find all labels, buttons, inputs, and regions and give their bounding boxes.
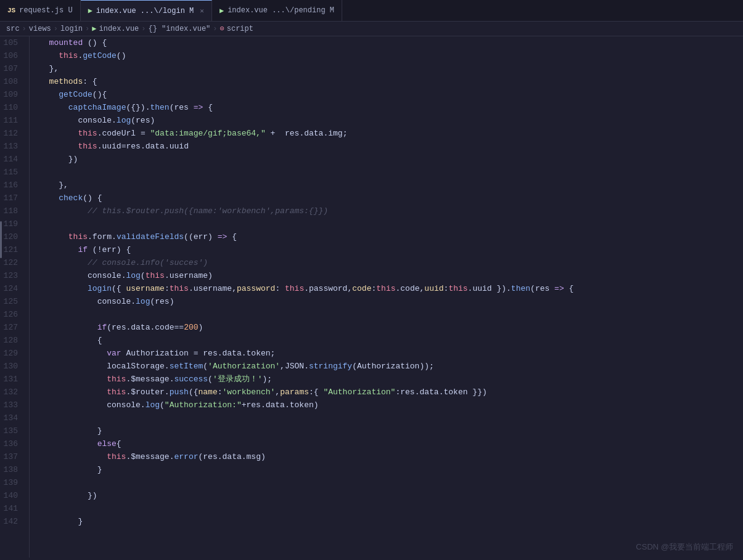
- ln-141: 141: [0, 502, 23, 515]
- code-line-124: login({ username:this.username,password:…: [39, 282, 743, 295]
- ln-142: 142: [0, 515, 23, 528]
- ln-120: 120: [0, 230, 23, 243]
- ln-108: 108: [0, 75, 23, 88]
- ln-119: 119: [0, 217, 23, 230]
- code-line-118: // this.$router.push({name:'workbench',p…: [39, 205, 743, 217]
- code-line-137: this.$message.error(res.data.msg): [39, 450, 743, 463]
- code-line-142: }: [39, 515, 743, 528]
- ln-126: 126: [0, 308, 23, 321]
- code-line-135: }: [39, 424, 743, 437]
- code-line-110: captchaImage({}).then(res => {: [39, 101, 743, 114]
- tab-index-vue-pending[interactable]: ▶ index.vue ...\/pending M: [212, 0, 342, 21]
- code-line-109: getCode(){: [39, 88, 743, 101]
- ln-110: 110: [0, 101, 23, 114]
- ln-109: 109: [0, 88, 23, 101]
- ln-115: 115: [0, 166, 23, 179]
- vue-icon: ▶: [88, 6, 92, 15]
- code-line-139: [39, 476, 743, 489]
- code-line-121: if (!err) {: [39, 243, 743, 256]
- ln-116: 116: [0, 179, 23, 192]
- ln-106: 106: [0, 49, 23, 62]
- ln-121: 121: [0, 243, 23, 256]
- breadcrumb-vue-icon: ▶: [92, 24, 96, 33]
- breadcrumb-script-icon: ⊙: [220, 24, 224, 33]
- code-line-112: this.codeUrl = "data:image/gif;base64," …: [39, 127, 743, 140]
- ln-127: 127: [0, 321, 23, 334]
- ln-111: 111: [0, 114, 23, 127]
- breadcrumb-script: script: [227, 25, 253, 33]
- code-line-113: this.uuid=res.data.uuid: [39, 140, 743, 153]
- code-line-117: check() {: [39, 192, 743, 205]
- editor: 105 106 107 108 109 110 111 112 113 114 …: [0, 36, 743, 558]
- code-line-119: [39, 217, 743, 230]
- code-line-131: this.$message.success('登录成功！');: [39, 373, 743, 386]
- scroll-indicator[interactable]: [0, 221, 2, 258]
- ln-136: 136: [0, 437, 23, 450]
- tab-bar: JS request.js U ▶ index.vue ...\/login M…: [0, 0, 743, 22]
- code-line-132: this.$router.push({name:'workbench',para…: [39, 386, 743, 399]
- code-line-126: [39, 308, 743, 321]
- close-icon[interactable]: ✕: [200, 7, 204, 15]
- code-line-127: if(res.data.code==200): [39, 321, 743, 334]
- tab-label: index.vue ...\/pending M: [228, 6, 334, 15]
- code-line-141: [39, 502, 743, 515]
- code-line-116: },: [39, 179, 743, 192]
- js-icon: JS: [7, 7, 15, 14]
- code-line-111: console.log(res): [39, 114, 743, 127]
- ln-132: 132: [0, 386, 23, 399]
- ln-118: 118: [0, 205, 23, 217]
- code-line-134: [39, 412, 743, 424]
- code-line-115: [39, 166, 743, 179]
- code-line-130: localStorage.setItem('Authorization',JSO…: [39, 360, 743, 373]
- breadcrumb-file: index.vue: [99, 25, 139, 33]
- code-line-122: // console.info('succes'): [39, 256, 743, 269]
- line-numbers: 105 106 107 108 109 110 111 112 113 114 …: [0, 36, 30, 558]
- ln-139: 139: [0, 476, 23, 489]
- code-line-105: mounted () {: [39, 36, 743, 49]
- breadcrumb-obj: {} "index.vue": [149, 25, 211, 33]
- tab-label: index.vue ...\/login M: [96, 7, 194, 15]
- ln-131: 131: [0, 373, 23, 386]
- breadcrumb-login: login: [60, 25, 83, 33]
- ln-105: 105: [0, 36, 23, 49]
- ln-114: 114: [0, 153, 23, 166]
- code-line-128: {: [39, 334, 743, 347]
- code-area[interactable]: mounted () { this.getCode() }, methods: …: [30, 36, 743, 558]
- ln-123: 123: [0, 269, 23, 282]
- ln-128: 128: [0, 334, 23, 347]
- ln-133: 133: [0, 399, 23, 412]
- ln-117: 117: [0, 192, 23, 205]
- ln-125: 125: [0, 295, 23, 308]
- ln-134: 134: [0, 412, 23, 424]
- ln-124: 124: [0, 282, 23, 295]
- ln-112: 112: [0, 127, 23, 140]
- vue-icon: ▶: [220, 6, 224, 15]
- ln-138: 138: [0, 463, 23, 476]
- code-line-136: else{: [39, 437, 743, 450]
- code-line-138: }: [39, 463, 743, 476]
- code-line-140: }): [39, 489, 743, 502]
- code-line-114: }): [39, 153, 743, 166]
- ln-130: 130: [0, 360, 23, 373]
- breadcrumb-views: views: [29, 25, 51, 33]
- tab-index-vue-login[interactable]: ▶ index.vue ...\/login M ✕: [81, 0, 212, 21]
- breadcrumb-src: src: [6, 25, 20, 33]
- code-line-125: console.log(res): [39, 295, 743, 308]
- code-line-123: console.log(this.username): [39, 269, 743, 282]
- ln-129: 129: [0, 347, 23, 360]
- tab-label: request.js U: [19, 6, 72, 15]
- ln-107: 107: [0, 62, 23, 75]
- ln-137: 137: [0, 450, 23, 463]
- ln-135: 135: [0, 424, 23, 437]
- ln-122: 122: [0, 256, 23, 269]
- code-line-133: console.log("Authorization:"+res.data.to…: [39, 399, 743, 412]
- code-line-129: var Authorization = res.data.token;: [39, 347, 743, 360]
- code-line-107: },: [39, 62, 743, 75]
- tab-request-js[interactable]: JS request.js U: [0, 0, 81, 21]
- breadcrumb: src › views › login › ▶ index.vue › {} "…: [0, 22, 743, 36]
- watermark: CSDN @我要当前端工程师: [636, 542, 733, 553]
- code-line-120: this.form.validateFields((err) => {: [39, 230, 743, 243]
- code-line-106: this.getCode(): [39, 49, 743, 62]
- ln-140: 140: [0, 489, 23, 502]
- code-line-108: methods: {: [39, 75, 743, 88]
